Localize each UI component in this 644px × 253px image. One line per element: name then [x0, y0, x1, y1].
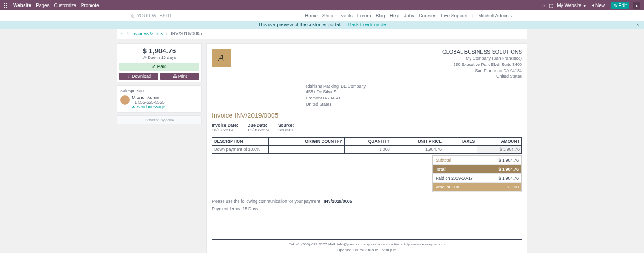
paid-badge: Paid	[119, 63, 199, 71]
edit-button[interactable]: ✎ Edit	[611, 2, 629, 9]
site-brand[interactable]: ◎ YOUR WEBSITE	[131, 13, 173, 18]
preview-close[interactable]: ×	[636, 22, 639, 27]
totals-box: Subtotal$ 1,904.76 Total$ 1,904.76 Paid …	[432, 155, 522, 192]
pages-menu[interactable]: Pages	[36, 3, 49, 8]
print-button[interactable]: Print	[160, 73, 199, 80]
mobile-icon[interactable]: ▢	[549, 3, 553, 8]
breadcrumb: ⌂ / Invoices & Bills / INV/2019/0005	[117, 29, 527, 39]
th-qty: QUANTITY	[344, 138, 392, 146]
lines-table: DESCRIPTION ORIGIN COUNTRY QUANTITY UNIT…	[212, 137, 522, 154]
th-taxes: TAXES	[444, 138, 477, 146]
home-top-icon[interactable]: ⌂	[542, 3, 545, 8]
invoice-meta: Invoice Date:10/17/2019 Due Date:11/01/2…	[212, 123, 522, 132]
download-icon	[127, 74, 132, 79]
apps-icon[interactable]	[4, 3, 8, 8]
th-price: UNIT PRICE	[392, 138, 444, 146]
send-message-link[interactable]: Send message	[132, 105, 165, 109]
payment-communication: Please use the following communication f…	[212, 199, 522, 204]
new-button[interactable]: New	[590, 2, 607, 8]
salesperson-label: Salesperson	[120, 89, 198, 93]
summary-card: $ 1,904.76 Due in 15 days Paid Download …	[117, 43, 202, 82]
back-to-edit-link[interactable]: Back to edit mode	[343, 22, 386, 27]
nav-events[interactable]: Events	[338, 13, 353, 18]
side-panel: $ 1,904.76 Due in 15 days Paid Download …	[117, 43, 202, 127]
th-desc: DESCRIPTION	[212, 138, 269, 146]
th-origin: ORIGIN COUNTRY	[269, 138, 345, 146]
company-logo: A	[212, 49, 231, 67]
amount-value: $ 1,904.76	[120, 47, 198, 55]
breadcrumb-current: INV/2019/0005	[171, 31, 202, 36]
nav-live[interactable]: Live Support	[441, 13, 468, 18]
due-text: Due in 15 days	[120, 55, 198, 60]
company-name: GLOBAL BUSINESS SOLUTIONS	[442, 49, 522, 56]
print-icon	[173, 74, 178, 79]
salesperson-name: Mitchell Admin	[132, 95, 165, 100]
promote-menu[interactable]: Promote	[81, 3, 99, 8]
clock-icon	[143, 55, 147, 60]
nav-jobs[interactable]: Jobs	[404, 13, 414, 18]
nav-blog[interactable]: Blog	[376, 13, 385, 18]
check-icon	[152, 64, 157, 69]
customer-address: Rishisha Packing, BE Company 455 / De Si…	[306, 83, 522, 107]
topbar-left: Website Pages Customize Promote	[4, 3, 99, 8]
nav-shop[interactable]: Shop	[322, 13, 333, 18]
table-row: Down payment of 10.0% 1.000 1,904.76 $ 1…	[212, 146, 522, 154]
nav-home[interactable]: Home	[305, 13, 318, 18]
doc-footer: Tel: +1 (650) 691-3277 Mail: info@yourco…	[212, 239, 522, 253]
message-icon	[132, 105, 137, 109]
website-brand[interactable]: Website	[13, 3, 31, 8]
nav-forum[interactable]: Forum	[357, 13, 371, 18]
nav-user[interactable]: Mitchell Admin ▼	[478, 13, 513, 18]
payment-terms: Payment terms: 15 Days	[212, 206, 522, 211]
nav-help[interactable]: Help	[390, 13, 400, 18]
nav-courses[interactable]: Courses	[419, 13, 436, 18]
collapse-button[interactable]: ▴	[633, 2, 640, 9]
topbar-right: ⌂ ▢ My Website ▼ New ✎ Edit ▴	[542, 2, 640, 9]
salesperson-phone: +1 555-555-5555	[132, 100, 165, 105]
salesperson-card: Salesperson Mitchell Admin +1 555-555-55…	[117, 85, 202, 113]
breadcrumb-invoices[interactable]: Invoices & Bills	[131, 31, 163, 36]
site-navbar: ◎ YOUR WEBSITE Home Shop Events Forum Bl…	[0, 10, 644, 21]
preview-bar: This is a preview of the customer portal…	[0, 21, 644, 29]
download-button[interactable]: Download	[119, 73, 158, 80]
nav-divider: |	[472, 13, 474, 18]
company-address: GLOBAL BUSINESS SOLUTIONS My Company (Sa…	[442, 49, 522, 80]
preview-text: This is a preview of the customer portal…	[258, 22, 341, 27]
my-website-dropdown[interactable]: My Website ▼	[557, 3, 586, 8]
invoice-title: Invoice INV/2019/0005	[212, 112, 522, 119]
powered-by: Powered by odoo	[117, 115, 202, 124]
nav-menu: Home Shop Events Forum Blog Help Jobs Co…	[305, 13, 513, 18]
avatar	[120, 95, 130, 105]
invoice-document: A GLOBAL BUSINESS SOLUTIONS My Company (…	[206, 43, 527, 253]
customize-menu[interactable]: Customize	[54, 3, 76, 8]
top-bar: Website Pages Customize Promote ⌂ ▢ My W…	[0, 0, 644, 10]
th-amount: AMOUNT	[477, 138, 522, 146]
breadcrumb-home[interactable]: ⌂	[121, 31, 124, 36]
